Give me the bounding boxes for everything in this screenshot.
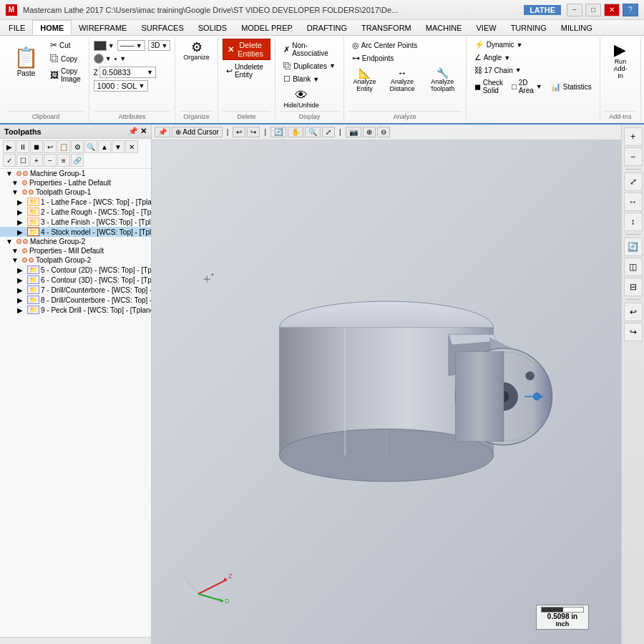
undelete-button[interactable]: ↩ Undelete Entity — [223, 62, 270, 80]
close-button[interactable]: ✕ — [604, 4, 620, 16]
panel-tool-4[interactable]: ↩ — [44, 140, 57, 153]
menu-view[interactable]: VIEW — [469, 20, 504, 35]
tree-machine-group-2[interactable]: ▼ ⚙⚙ Machine Group-2 — [0, 237, 151, 246]
paste-button[interactable]: 📋 Paste — [7, 42, 45, 81]
menu-model-prep[interactable]: MODEL PREP — [234, 20, 300, 35]
tree-machine-group-1[interactable]: ▼ ⚙⚙ Machine Group-1 — [0, 169, 151, 178]
angle-button[interactable]: ∠ Angle ▼ — [471, 52, 527, 64]
endpoints-button[interactable]: ⊶ Endpoints — [348, 52, 421, 64]
line-style-selector[interactable]: ——▼ — [117, 40, 145, 51]
tree-lathe-face[interactable]: ▶ 📁 1 - Lathe Face - [WCS: Top] - [Tplan… — [0, 197, 151, 207]
duplicates-button[interactable]: ⿻ Duplicates ▼ — [280, 60, 339, 72]
rt-redo[interactable]: ↪ — [624, 323, 643, 341]
vp-minus-btn[interactable]: ⊖ — [377, 127, 390, 137]
vp-lock-btn[interactable]: 📌 — [155, 127, 170, 137]
vp-redo-btn[interactable]: ↪ — [247, 127, 260, 137]
tree-toolpath-group-2[interactable]: ▼ ⚙⚙ Toolpath Group-2 — [0, 255, 151, 265]
tree-contour-3d[interactable]: ▶ 📁 6 - Contour (3D) - [WCS: Top] - [Tpl… — [0, 275, 151, 285]
vp-pan-btn[interactable]: ✋ — [288, 127, 303, 137]
z-input[interactable] — [102, 68, 145, 77]
sol-dropdown[interactable]: 1000 : SOL ▼ — [94, 80, 149, 92]
minimize-button[interactable]: − — [567, 4, 582, 16]
dynamic-button[interactable]: ⚡ Dynamic ▼ — [471, 39, 527, 51]
menu-machine[interactable]: MACHINE — [419, 20, 469, 35]
panel-tool-5[interactable]: 📋 — [57, 140, 70, 153]
panel-tool-1[interactable]: ▶ — [3, 140, 16, 153]
vp-view-btn[interactable]: 📷 — [346, 127, 361, 137]
help-button[interactable]: ? — [623, 4, 638, 16]
panel-tool-13[interactable]: + — [30, 154, 43, 167]
area-2d-button[interactable]: □ 2D Area ▼ — [508, 77, 546, 96]
statistics-button[interactable]: 📊 Statistics — [547, 77, 595, 96]
panel-tool-12[interactable]: ☐ — [16, 154, 29, 167]
delete-entities-button[interactable]: ✕ Delete Entities — [223, 39, 270, 60]
panel-pin-button[interactable]: 📌 — [128, 127, 138, 136]
panel-hscroll[interactable] — [0, 637, 151, 644]
panel-tool-9[interactable]: ▼ — [112, 140, 125, 153]
run-addon-button[interactable]: ▶ Run Add-In — [605, 39, 636, 83]
rt-pan-v[interactable]: ↕ — [624, 213, 643, 231]
cut-button[interactable]: ✂ Cut — [47, 39, 84, 52]
tree-toolpath-group-1[interactable]: ▼ ⚙⚙ Toolpath Group-1 — [0, 187, 151, 197]
tree-contour-2d[interactable]: ▶ 📁 5 - Contour (2D) - [WCS: Top] - [Tpl… — [0, 265, 151, 275]
blank-button[interactable]: ☐ Blank ▼ — [280, 73, 339, 85]
hide-unhide-button[interactable]: 👁 Hide/Unhide — [280, 87, 323, 111]
rt-zoom-out[interactable]: − — [624, 147, 643, 166]
tree-peck-drill[interactable]: ▶ 📁 9 - Peck Drill - [WCS: Top] - [Tplan… — [0, 305, 151, 315]
view-3d-button[interactable]: 3D▼ — [148, 40, 171, 51]
point-style-selector[interactable]: ▼ • ▼ — [94, 54, 126, 64]
panel-tool-3[interactable]: ⏹ — [30, 140, 43, 153]
panel-close-button[interactable]: ✕ — [140, 127, 147, 136]
tree-drill-7[interactable]: ▶ 📁 7 - Drill/Counterbore - [WCS: Top] -… — [0, 285, 151, 295]
vp-rotate-btn[interactable]: 🔄 — [270, 127, 286, 137]
rt-view2[interactable]: ⊟ — [624, 278, 643, 296]
panel-tool-11[interactable]: ✓ — [3, 154, 16, 167]
panel-tool-2[interactable]: ⏸ — [16, 140, 29, 153]
organize-button[interactable]: ⚙ Organize — [180, 39, 213, 63]
panel-tool-7[interactable]: 🔍 — [84, 140, 97, 153]
menu-home[interactable]: HOME — [32, 20, 72, 35]
menu-drafting[interactable]: DRAFTING — [300, 20, 354, 35]
arc-center-button[interactable]: ◎ Arc Center Points — [348, 39, 421, 52]
maximize-button[interactable]: □ — [585, 4, 601, 16]
analyze-toolpath-button[interactable]: 🔧 Analyze Toolpath — [424, 67, 462, 94]
menu-milling[interactable]: MILLING — [554, 20, 600, 35]
rt-pan-h[interactable]: ↔ — [624, 192, 643, 211]
analyze-entity-button[interactable]: 📐 Analyze Entity — [348, 67, 381, 94]
analyze-distance-button[interactable]: ↔ Analyze Distance — [383, 67, 421, 94]
rt-zoom-in[interactable]: + — [624, 127, 643, 146]
z-value-field[interactable]: ▼ — [99, 67, 156, 78]
check-solid-button[interactable]: ◼ Check Solid — [471, 77, 507, 96]
chain-button[interactable]: ⛓ 17 Chain ▼ — [471, 64, 527, 76]
menu-solids[interactable]: SOLIDS — [191, 20, 234, 35]
panel-tool-10[interactable]: ✕ — [125, 140, 138, 153]
panel-tool-6[interactable]: ⚙ — [71, 140, 84, 153]
rt-fit[interactable]: ⤢ — [624, 172, 643, 191]
menu-surfaces[interactable]: SURFACES — [134, 20, 190, 35]
tree-stock-model[interactable]: ▶ 📁 4 - Stock model - [WCS: Top] - [Tpla… — [0, 227, 151, 237]
menu-transform[interactable]: TRANSFORM — [354, 20, 419, 35]
panel-tool-15[interactable]: ≡ — [57, 154, 70, 167]
color-selector[interactable]: ▼ — [94, 41, 114, 51]
tree-lathe-rough[interactable]: ▶ 📁 2 - Lathe Rough - [WCS: Top] - [Tpla… — [0, 207, 151, 217]
rt-undo[interactable]: ↩ — [624, 303, 643, 321]
vp-cursor-btn[interactable]: ⊕ Add Cursor — [172, 127, 223, 137]
panel-tool-8[interactable]: ▲ — [98, 140, 111, 153]
tree-drill-8[interactable]: ▶ 📁 8 - Drill/Counterbore - [WCS: Top] -… — [0, 295, 151, 305]
panel-tool-16[interactable]: 🔗 — [71, 154, 84, 167]
viewport[interactable]: 📌 ⊕ Add Cursor | ↩ ↪ | 🔄 ✋ 🔍 ⤢ | 📷 ⊕ ⊖ — [152, 125, 621, 644]
panel-tool-14[interactable]: − — [44, 154, 57, 167]
tree-mill-properties[interactable]: ▼ ⚙ Properties - Mill Default — [0, 246, 151, 255]
vp-fit-btn[interactable]: ⤢ — [322, 127, 335, 137]
vp-zoom-btn[interactable]: 🔍 — [305, 127, 321, 137]
rt-view1[interactable]: ◫ — [624, 258, 643, 276]
vp-plus-btn[interactable]: ⊕ — [363, 127, 376, 137]
vp-undo-btn[interactable]: ↩ — [233, 127, 245, 137]
copy-button[interactable]: ⿻ Copy — [47, 52, 84, 65]
non-assoc-button[interactable]: ✗ Non-Associative — [280, 40, 339, 59]
tree-lathe-finish[interactable]: ▶ 📁 3 - Lathe Finish - [WCS: Top] - [Tpl… — [0, 217, 151, 227]
rt-rotate[interactable]: 🔄 — [624, 238, 643, 256]
tree-lathe-properties[interactable]: ▼ ⚙ Properties - Lathe Default — [0, 178, 151, 187]
menu-wireframe[interactable]: WIREFRAME — [72, 20, 134, 35]
menu-file[interactable]: FILE — [1, 20, 32, 35]
